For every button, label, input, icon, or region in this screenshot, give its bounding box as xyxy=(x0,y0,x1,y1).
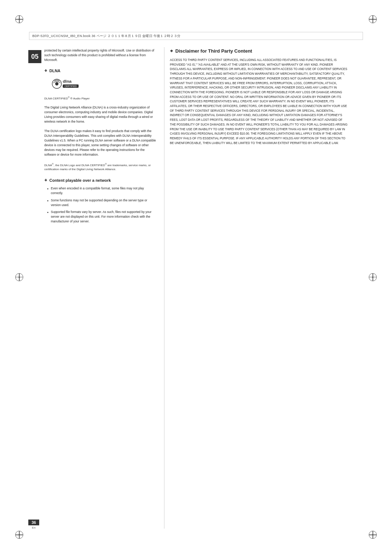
chapter-badge: 05 xyxy=(28,50,41,63)
reg-mark-tr xyxy=(369,15,377,23)
chapter-number: 05 xyxy=(31,53,38,61)
reg-mark-br xyxy=(369,531,377,539)
reg-mark-bl xyxy=(15,531,23,539)
reg-mark-mr xyxy=(369,273,377,281)
svg-point-1 xyxy=(55,82,58,86)
dlna-logo: dlna CERTIFIED xyxy=(52,77,88,91)
intro-text: protected by certain intellectual proper… xyxy=(44,48,157,62)
page-number: 36 xyxy=(28,520,39,525)
page: BDP-52FD_UCXCNSM_IB0_EN.book 36 ページ ２０１１… xyxy=(0,0,392,554)
left-column: protected by certain intellectual proper… xyxy=(44,48,157,226)
header-file-info: BDP-52FD_UCXCNSM_IB0_EN.book 36 ページ ２０１１… xyxy=(32,34,180,38)
dlna-body1: The Digital Living Network Alliance (DLN… xyxy=(44,105,157,124)
disclaimer-body: ACCESS TO THIRD PARTY CONTENT SERVICES, … xyxy=(170,58,348,145)
trademark-text: DLNA®, the DLNA Logo and DLNA CERTIFIED®… xyxy=(44,163,157,172)
disclaimer-heading: Disclaimer for Third Party Content xyxy=(170,48,348,54)
svg-text:dlna: dlna xyxy=(63,79,72,84)
reg-mark-tl xyxy=(15,15,23,23)
page-number-area: 36 En xyxy=(28,519,39,529)
network-bullet-list: Even when encoded in a compatible format… xyxy=(44,186,157,224)
bullet-item-2: Some functions may not be supported depe… xyxy=(47,198,157,208)
svg-text:CERTIFIED: CERTIFIED xyxy=(65,85,77,87)
dlna-heading: DLNA xyxy=(44,69,157,73)
column-divider xyxy=(164,47,164,529)
dlna-logo-area: dlna CERTIFIED xyxy=(52,77,157,91)
dlna-body2: The DLNA certification logo makes it eas… xyxy=(44,129,157,157)
reg-mark-ml xyxy=(15,273,23,281)
network-section: Content playable over a network Even whe… xyxy=(44,178,157,224)
dlna-certified-text: DLNA CERTIFIED® ® Audio Player xyxy=(44,96,157,100)
network-heading: Content playable over a network xyxy=(44,178,157,182)
bullet-item-1: Even when encoded in a compatible format… xyxy=(47,186,157,196)
header-bar: BDP-52FD_UCXCNSM_IB0_EN.book 36 ページ ２０１１… xyxy=(29,32,363,40)
right-column: Disclaimer for Third Party Content ACCES… xyxy=(170,48,348,145)
page-lang: En xyxy=(28,526,39,529)
bullet-item-3: Supported file formats vary by server. A… xyxy=(47,210,157,224)
